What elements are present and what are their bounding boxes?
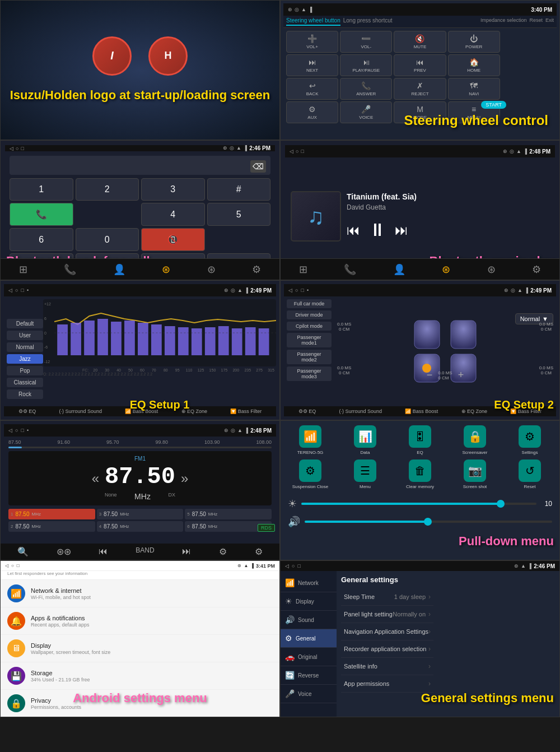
setting-app-permissions[interactable]: App permissions › [341, 675, 433, 693]
key-5[interactable]: 5 [207, 203, 271, 226]
brightness-slider-fill[interactable] [301, 503, 501, 505]
pulldown-suspension[interactable]: ⚙ Suspension Close [285, 459, 335, 489]
sidebar-reverse[interactable]: 🔄 Reverse [281, 666, 337, 685]
pulldown-settings[interactable]: ⚙ Settings [505, 425, 555, 455]
sw-btn-answer[interactable]: 📞ANSWER [340, 78, 392, 100]
sw-btn-playpause[interactable]: ⏯PLAY/PAUSE [340, 54, 392, 76]
pulldown-clear[interactable]: 🗑 Clear memory [395, 459, 445, 489]
volume-slider-fill[interactable] [305, 521, 428, 523]
sidebar-sound[interactable]: 🔊 Sound [281, 611, 337, 629]
nav-contacts[interactable]: 👤 [113, 263, 125, 276]
pulldown-reset[interactable]: ↺ Reset [505, 459, 555, 489]
radio-scan[interactable]: ⊛⊛ [57, 546, 71, 557]
settings-network[interactable]: 📶 Network & internet Wi-Fi, mobile, and … [1, 580, 279, 607]
key-2[interactable]: 2 [76, 178, 139, 201]
eq2-tab-zone[interactable]: ⊕ EQ Zone [461, 409, 488, 414]
key-0[interactable]: 0 [76, 228, 139, 251]
delete-button[interactable]: ⌫ [250, 160, 266, 173]
radio-preset-2[interactable]: 2 87.50 MHz [8, 521, 95, 532]
radio-settings[interactable]: ⚙ [255, 546, 263, 557]
sw-btn-volplus[interactable]: ➕VOL+ [286, 31, 338, 53]
key-3[interactable]: 3 [141, 178, 205, 201]
eq2-tab-eq[interactable]: ⚙⚙ EQ [298, 409, 316, 414]
settings-apps[interactable]: 🔔 Apps & notifications Recent apps, defa… [1, 607, 279, 635]
eq-tab-eq[interactable]: ⚙⚙ EQ [18, 409, 36, 414]
nav-settings[interactable]: ⚙ [252, 263, 261, 276]
mode-cpilot[interactable]: Cpilot mode [287, 322, 332, 331]
radio-band[interactable]: BAND [136, 546, 154, 557]
sw-btn-home[interactable]: 🏠HOME [448, 54, 500, 76]
sw-btn-reject[interactable]: ✗REJECT [394, 78, 446, 100]
sidebar-general[interactable]: ⚙ General [281, 629, 337, 648]
preset-user[interactable]: User [7, 331, 43, 340]
setting-panel-light[interactable]: Panel light setting Normally on › [341, 606, 433, 623]
key-call[interactable]: 📞 [10, 203, 73, 226]
mode-fullcar[interactable]: Full car mode [287, 299, 332, 308]
nav-grid[interactable]: ⊞ [19, 263, 27, 276]
sidebar-original[interactable]: 🚗 Original [281, 648, 337, 666]
sw-exit[interactable]: Exit [545, 17, 554, 26]
pulldown-screenshot[interactable]: 📷 Screen shot [450, 459, 500, 489]
pulldown-wifi[interactable]: 📶 TERENO-5G [285, 425, 335, 455]
seat-minus[interactable]: − [427, 369, 433, 381]
next-button[interactable]: ⏭ [395, 222, 408, 238]
radio-next[interactable]: ⏭ [182, 546, 191, 557]
preset-default[interactable]: Default [7, 319, 43, 328]
preset-classical[interactable]: Classical [7, 378, 43, 387]
seat-plus[interactable]: + [458, 369, 464, 381]
mode-pass1[interactable]: Passenger mode1 [287, 333, 332, 347]
nav-contacts[interactable]: 👤 [393, 263, 405, 276]
sw-btn-prev[interactable]: ⏮PREV [394, 54, 446, 76]
sw-tab-steering[interactable]: Steering wheel button [286, 17, 340, 26]
sw-tab-longpress[interactable]: Long press shortcut [343, 17, 393, 26]
eq2-tab-surround[interactable]: (·) Surround Sound [339, 409, 382, 414]
key-4[interactable]: 4 [141, 203, 205, 226]
pulldown-eq[interactable]: 🎛 EQ [395, 425, 445, 455]
nav-bt2[interactable]: ⊛ [487, 263, 496, 276]
prev-button[interactable]: ⏮ [347, 222, 360, 238]
sidebar-voice[interactable]: 🎤 Voice [281, 685, 337, 703]
sw-btn-voice[interactable]: 🎤VOICE [340, 101, 392, 123]
pulldown-data[interactable]: 📊 Data [340, 425, 390, 455]
preset-jazz[interactable]: Jazz [7, 354, 43, 364]
key-hash[interactable]: # [207, 178, 271, 201]
sw-btn-power[interactable]: ⏻POWER [448, 31, 500, 53]
preset-rock[interactable]: Rock [7, 389, 43, 399]
sw-btn-mute[interactable]: 🔇MUTE [394, 31, 446, 53]
settings-display[interactable]: 🖥 Display Wallpaper, screen timeout, fon… [1, 635, 279, 662]
preset-pop[interactable]: Pop [7, 366, 43, 375]
play-button[interactable]: ⏸ [368, 220, 386, 240]
sw-btn-navi[interactable]: 🗺NAVI [448, 78, 500, 100]
settings-storage[interactable]: 💾 Storage 34% Used - 21.19 GB free [1, 662, 279, 690]
sidebar-network[interactable]: 📶 Network [281, 574, 337, 592]
sw-btn-aux[interactable]: ⚙AUX [286, 101, 338, 123]
setting-nav-app[interactable]: Navigation Application Settings › [341, 623, 433, 640]
nav-phone[interactable]: 📞 [344, 263, 356, 276]
start-badge[interactable]: START [481, 101, 506, 109]
nav-bt[interactable]: ⊛ [162, 263, 170, 276]
mode-pass2[interactable]: Passenger mode2 [287, 350, 332, 364]
setting-satellite[interactable]: Satellite info › [341, 658, 433, 675]
sw-btn-volminus[interactable]: ➖VOL- [340, 31, 392, 53]
pulldown-screensaver[interactable]: 🔒 Screensaver [450, 425, 500, 455]
sw-btn-next[interactable]: ⏭NEXT [286, 54, 338, 76]
eq2-tab-bass[interactable]: 📶 Bass Boost [405, 409, 438, 414]
key-endcall[interactable]: 📵 [141, 228, 205, 251]
nav-settings[interactable]: ⚙ [532, 263, 541, 276]
sw-btn-back[interactable]: ↩BACK [286, 78, 338, 100]
radio-preset-3[interactable]: 3 87.50 MHz [97, 509, 184, 519]
preset-normal[interactable]: Normal [7, 342, 43, 352]
radio-preset-1[interactable]: 1 87.50 MHz [8, 509, 95, 519]
sw-impedance[interactable]: Impedance selection [480, 17, 527, 26]
sw-reset[interactable]: Reset [529, 17, 543, 26]
nav-bt2[interactable]: ⊛ [207, 263, 216, 276]
freq-right-arrow[interactable]: » [181, 471, 188, 486]
sidebar-display[interactable]: ☀ Display [281, 592, 337, 611]
radio-search[interactable]: 🔍 [17, 546, 29, 557]
setting-recorder[interactable]: Recorder application selection › [341, 640, 433, 658]
mode-pass3[interactable]: Passenger mode3 [287, 366, 332, 381]
nav-bt[interactable]: ⊛ [442, 263, 450, 276]
pulldown-menu[interactable]: ☰ Menu [340, 459, 390, 489]
nav-grid[interactable]: ⊞ [299, 263, 307, 276]
setting-sleep-time[interactable]: Sleep Time 1 day sleep › [341, 588, 433, 606]
